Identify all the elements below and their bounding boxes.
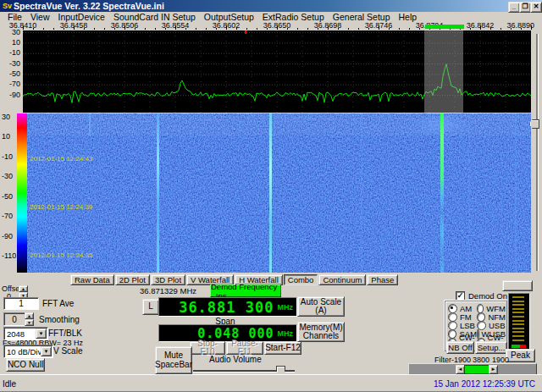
- demod-band-marker[interactable]: [425, 25, 464, 29]
- radio-wfm[interactable]: WFM: [477, 304, 506, 312]
- colorbar-label: -90: [2, 233, 13, 240]
- cursor-frequency-readout: 36.871329 MHz: [140, 286, 196, 295]
- frequency-display[interactable]: 36.881 300 MHz: [158, 297, 297, 317]
- peak-button[interactable]: Peak: [506, 349, 535, 362]
- waterfall-signal-line: [157, 113, 159, 273]
- window-title: SpectraVue Ver. 3.22 SpectraVue.ini: [14, 1, 164, 11]
- db-axis-label: -50: [0, 70, 20, 78]
- waterfall-gain-slider-track[interactable]: [536, 34, 539, 271]
- clock-utc: 15 Jan 2012 12:25:39 UTC: [434, 379, 535, 389]
- tab-3d-plot[interactable]: 3D Plot: [151, 274, 185, 285]
- waterfall-display[interactable]: 2012-01-15 12:24:43 2012-01-15 12:24:39 …: [27, 113, 531, 273]
- arrow-right-icon[interactable]: ►: [489, 365, 498, 374]
- checkbox-checked-icon[interactable]: ✓: [456, 291, 465, 301]
- start-button[interactable]: Start-F12: [264, 341, 301, 355]
- tab-combo[interactable]: Combo: [284, 274, 318, 285]
- fft-ave-input[interactable]: 1: [3, 297, 39, 310]
- lock-button[interactable]: L: [142, 299, 159, 315]
- nb-off-button[interactable]: NB Off: [446, 341, 474, 354]
- radio-icon[interactable]: [477, 329, 479, 339]
- spectrum-plot[interactable]: [23, 30, 531, 113]
- signal-level-green: [512, 345, 520, 348]
- signal-meter-scale: [512, 296, 524, 343]
- memory-channels-button[interactable]: Memory(M) Channels: [297, 322, 345, 342]
- v-scale-value: 10 dB/Div: [7, 347, 41, 356]
- smoothing-spin-up-icon[interactable]: ▲: [25, 312, 34, 319]
- pause-button[interactable]: Pause-F11: [226, 341, 263, 355]
- frequency-digits[interactable]: 36.881 300: [179, 299, 274, 316]
- radio-am[interactable]: AM: [448, 304, 477, 312]
- chevron-down-icon[interactable]: ▼: [36, 329, 47, 339]
- offset-spin-up-icon[interactable]: ▲: [19, 285, 28, 292]
- fft-ave-label: FFT Ave: [42, 299, 74, 308]
- colorbar-label: 30: [2, 113, 10, 121]
- db-axis-label: -90: [0, 91, 20, 99]
- mute-label: Mute: [164, 351, 183, 361]
- status-text: Idle: [3, 379, 16, 389]
- demod-on-label: Demod On: [468, 291, 507, 301]
- auto-scale-key-label: (A): [315, 306, 326, 316]
- demod-on-control[interactable]: ✓ Demod On: [456, 291, 507, 301]
- colorbar-label: -30: [2, 173, 13, 180]
- db-axis-label: 10: [0, 39, 20, 47]
- waterfall-signal-line: [515, 113, 517, 273]
- span-unit: MHz: [278, 329, 294, 338]
- radio-icon[interactable]: [448, 329, 456, 339]
- radio-fm[interactable]: FM: [448, 312, 477, 321]
- v-scale-dropdown[interactable]: 10 dB/Div ▼: [3, 345, 53, 358]
- waterfall-timestamp: 2012-01-15 12:24:43: [30, 155, 92, 163]
- colorbar-label: -50: [2, 193, 13, 201]
- tab-raw-data[interactable]: Raw Data: [70, 274, 114, 285]
- radio-selected-icon[interactable]: [448, 304, 457, 313]
- demod-frequency-mode-button[interactable]: Demod Frequency - Ins: [210, 284, 281, 297]
- memory-label2: Channels: [303, 332, 339, 341]
- tab-2d-plot[interactable]: 2D Plot: [115, 274, 150, 285]
- radio-icon[interactable]: [448, 321, 457, 330]
- mute-button[interactable]: Mute SpaceBar: [155, 346, 192, 374]
- radio-icon[interactable]: [477, 304, 484, 313]
- app-icon: Sv: [3, 2, 11, 10]
- app-window: Sv SpectraVue Ver. 3.22 SpectraVue.ini _…: [0, 0, 542, 392]
- fft-blk-label: FFT/BLK: [48, 329, 82, 338]
- blank-button[interactable]: [502, 280, 533, 291]
- auto-scale-button[interactable]: Auto Scale (A): [297, 296, 345, 317]
- colorbar-label: 10: [2, 133, 10, 141]
- db-axis-label: 30: [0, 29, 20, 36]
- radio-icon[interactable]: [477, 321, 486, 330]
- audio-volume-label: Audio Volume: [209, 355, 262, 364]
- colorbar-label: -70: [2, 213, 13, 220]
- waterfall-colorbar: [17, 113, 27, 273]
- waterfall-signal-line: [468, 113, 470, 273]
- waterfall-signal-line: [269, 113, 272, 273]
- smoothing-value[interactable]: 0: [3, 312, 25, 326]
- tab-phase[interactable]: Phase: [367, 274, 398, 285]
- setup-button[interactable]: Setup...: [475, 341, 507, 354]
- status-bar: Idle 15 Jan 2012 12:25:39 UTC: [0, 374, 542, 392]
- db-axis-label: -70: [0, 80, 20, 88]
- radio-lsb[interactable]: LSB: [448, 321, 477, 329]
- radio-usb[interactable]: USB: [477, 321, 506, 329]
- mute-key-label: SpaceBar: [155, 361, 192, 370]
- smoothing-spinner[interactable]: ▲ ▼: [25, 312, 34, 326]
- colorbar-label: -10: [2, 153, 13, 161]
- colorbar-label: -110: [2, 252, 16, 260]
- waterfall-signal-line-demod: [440, 113, 444, 273]
- smoothing-spin-down-icon[interactable]: ▼: [25, 319, 34, 326]
- title-bar[interactable]: Sv SpectraVue Ver. 3.22 SpectraVue.ini: [0, 0, 542, 12]
- smoothing-label: Smoothing: [39, 315, 80, 324]
- db-axis-label: -30: [0, 60, 20, 68]
- waterfall-signal-line: [89, 113, 91, 135]
- stop-button[interactable]: Stop-F10: [190, 341, 225, 355]
- filter-band-thumb[interactable]: [464, 365, 489, 374]
- signal-meter: [508, 293, 530, 351]
- radio-icon[interactable]: [477, 312, 485, 322]
- fft-blk-value: 2048: [7, 329, 25, 339]
- radio-icon[interactable]: [448, 312, 457, 322]
- nco-null-button[interactable]: NCO Null: [6, 358, 45, 372]
- waterfall-noise: [27, 113, 531, 273]
- signal-level-red: [520, 345, 526, 348]
- chevron-down-icon[interactable]: ▼: [41, 346, 52, 356]
- tab-continuum[interactable]: Continuum: [318, 274, 366, 285]
- radio-nfm[interactable]: NFM: [477, 312, 506, 321]
- db-axis-label: -10: [0, 49, 20, 57]
